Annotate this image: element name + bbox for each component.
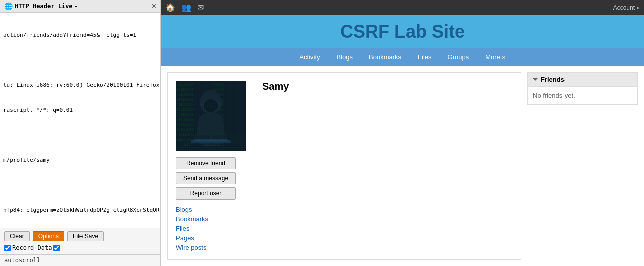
dropdown-icon: ▾ xyxy=(75,4,78,9)
svg-rect-31 xyxy=(191,140,231,143)
nav-bookmarks[interactable]: Bookmarks xyxy=(361,49,410,65)
friends-box: Friends No friends yet. xyxy=(527,72,638,105)
record-data-text: Record Data xyxy=(12,244,52,251)
friends-header: Friends xyxy=(528,73,637,87)
friends-body: No friends yet. xyxy=(528,87,637,104)
log-line xyxy=(3,56,157,65)
report-user-button[interactable]: Report user xyxy=(176,187,236,200)
svg-text:01001101: 01001101 xyxy=(177,88,194,92)
friends-sidebar: Friends No friends yet. xyxy=(527,72,638,260)
close-button[interactable]: × xyxy=(152,2,156,10)
no-friends-text: No friends yet. xyxy=(533,92,575,99)
autoscroll-text: autoscroll xyxy=(4,257,40,264)
svg-text:10101010: 10101010 xyxy=(177,123,194,127)
svg-point-28 xyxy=(204,99,218,112)
profile-image-inner: 10110010 01001101 11010010 00101101 1001… xyxy=(176,81,246,151)
profile-link-pages[interactable]: Pages xyxy=(176,234,513,242)
profile-link-wire-posts[interactable]: Wire posts xyxy=(176,244,513,251)
globe-icon: 🌐 xyxy=(4,2,13,10)
svg-point-27 xyxy=(200,93,222,113)
profile-section: 10110010 01001101 11010010 00101101 1001… xyxy=(167,72,521,260)
svg-text:01100110: 01100110 xyxy=(177,108,194,112)
profile-link-blogs[interactable]: Blogs xyxy=(176,206,513,213)
options-button[interactable]: Options xyxy=(33,231,64,241)
svg-text:01011011: 01011011 xyxy=(177,128,194,132)
svg-text:11010: 11010 xyxy=(213,138,224,142)
svg-text:10110: 10110 xyxy=(213,108,224,112)
icon-bar-left: 🏠 👥 ✉ xyxy=(165,3,204,12)
site-title: CSRF Lab Site xyxy=(161,21,644,42)
nav-more[interactable]: More » xyxy=(477,49,513,65)
log-area: action/friends/add?friend=45&__elgg_ts=1… xyxy=(0,13,160,228)
nav-blogs[interactable]: Blogs xyxy=(329,49,361,65)
bottom-bar: Clear Options File Save Record Data xyxy=(0,228,160,254)
users-icon[interactable]: 👥 xyxy=(181,3,191,12)
record-data-checkbox[interactable] xyxy=(4,245,11,251)
svg-text:00110: 00110 xyxy=(213,143,224,147)
svg-rect-30 xyxy=(212,135,227,139)
profile-image-svg: 10110010 01001101 11010010 00101101 1001… xyxy=(176,81,246,151)
panel-header: 🌐 HTTP Header Live ▾ × xyxy=(0,0,160,13)
svg-text:01000: 01000 xyxy=(213,133,224,137)
send-message-button[interactable]: Send a message xyxy=(176,172,236,184)
clear-button[interactable]: Clear xyxy=(4,231,30,241)
svg-text:11001: 11001 xyxy=(213,98,224,102)
http-header-live-panel: 🌐 HTTP Header Live ▾ × action/friends/ad… xyxy=(0,0,161,266)
file-save-button[interactable]: File Save xyxy=(67,231,104,241)
profile-link-files[interactable]: Files xyxy=(176,225,513,232)
friends-header-text: Friends xyxy=(541,76,565,83)
svg-text:00111: 00111 xyxy=(213,123,224,127)
log-line: m/profile/samy xyxy=(3,156,157,165)
autoscroll-area: autoscroll xyxy=(0,254,160,266)
log-line: action/friends/add?friend=45&__elgg_ts=1 xyxy=(3,31,157,40)
panel-title: 🌐 HTTP Header Live ▾ xyxy=(4,2,78,10)
svg-text:00011110: 00011110 xyxy=(177,138,194,142)
svg-text:10110010: 10110010 xyxy=(177,83,194,87)
profile-name: Samy xyxy=(262,81,289,92)
icon-bar: 🏠 👥 ✉ Account » xyxy=(161,0,644,15)
svg-text:10100101: 10100101 xyxy=(177,133,194,137)
site-header: CSRF Lab Site xyxy=(161,15,644,48)
remove-friend-button[interactable]: Remove friend xyxy=(176,157,236,169)
svg-text:11010010: 11010010 xyxy=(177,93,194,97)
profile-links: Blogs Bookmarks Files Pages Wire posts xyxy=(176,206,513,251)
nav-files[interactable]: Files xyxy=(410,49,439,65)
svg-text:00110100: 00110100 xyxy=(177,118,194,122)
svg-text:11100: 11100 xyxy=(213,118,224,122)
svg-text:10001: 10001 xyxy=(213,128,224,132)
log-line xyxy=(3,181,157,189)
svg-text:00101101: 00101101 xyxy=(177,98,194,102)
main-nav: Activity Blogs Bookmarks Files Groups Mo… xyxy=(161,48,644,66)
log-line: tu; Linux i686; rv:60.0) Gecko/20100101 … xyxy=(3,81,157,90)
account-link[interactable]: Account » xyxy=(613,4,640,11)
log-line: rascript, */*; q=0.01 xyxy=(3,106,157,115)
svg-text:11001001: 11001001 xyxy=(177,113,194,117)
svg-rect-32 xyxy=(193,139,228,141)
svg-text:10010: 10010 xyxy=(213,88,224,92)
profile-info: Samy xyxy=(262,81,289,151)
svg-text:10011010: 10011010 xyxy=(177,103,194,107)
home-icon[interactable]: 🏠 xyxy=(165,3,175,12)
record-data-checkbox2[interactable] xyxy=(53,245,60,251)
svg-rect-0 xyxy=(176,81,246,151)
svg-text:11110000: 11110000 xyxy=(177,143,194,147)
triangle-icon xyxy=(533,78,538,81)
nav-activity[interactable]: Activity xyxy=(291,49,328,65)
envelope-icon[interactable]: ✉ xyxy=(197,3,204,12)
svg-text:01101: 01101 xyxy=(213,83,224,87)
svg-text:01011: 01011 xyxy=(213,113,224,117)
main-content: 10110010 01001101 11010010 00101101 1001… xyxy=(161,66,644,266)
profile-link-bookmarks[interactable]: Bookmarks xyxy=(176,215,513,223)
profile-image: 10110010 01001101 11010010 00101101 1001… xyxy=(176,81,246,151)
panel-title-text: HTTP Header Live xyxy=(15,3,73,10)
action-buttons: Remove friend Send a message Report user xyxy=(176,157,513,200)
nav-groups[interactable]: Groups xyxy=(440,49,477,65)
log-line xyxy=(3,131,157,140)
log-line: nfp84; elggperm=zQl5khWulrdpQPZg_ctzgR8X… xyxy=(3,206,157,215)
right-wrapper: 🏠 👥 ✉ Account » CSRF Lab Site Activity B… xyxy=(161,0,644,266)
record-data-label[interactable]: Record Data xyxy=(4,244,60,251)
svg-text:00101: 00101 xyxy=(213,103,224,107)
svg-text:01110: 01110 xyxy=(213,93,224,97)
svg-rect-29 xyxy=(195,135,210,139)
